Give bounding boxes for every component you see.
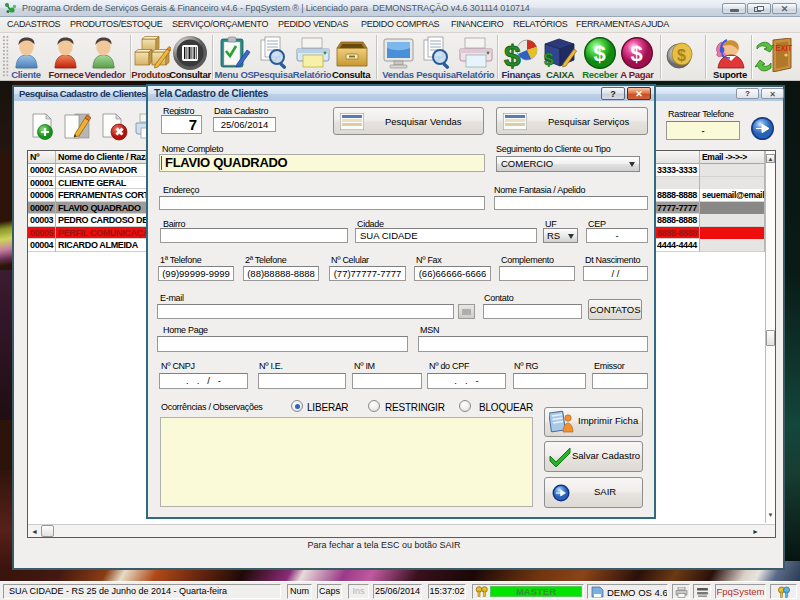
svg-text:$: $: [594, 41, 606, 66]
svg-text:$: $: [504, 39, 521, 70]
svg-text:$: $: [544, 50, 554, 69]
svg-text:$: $: [631, 41, 643, 66]
svg-text:EXIT: EXIT: [776, 44, 793, 53]
svg-text:$: $: [677, 47, 686, 64]
